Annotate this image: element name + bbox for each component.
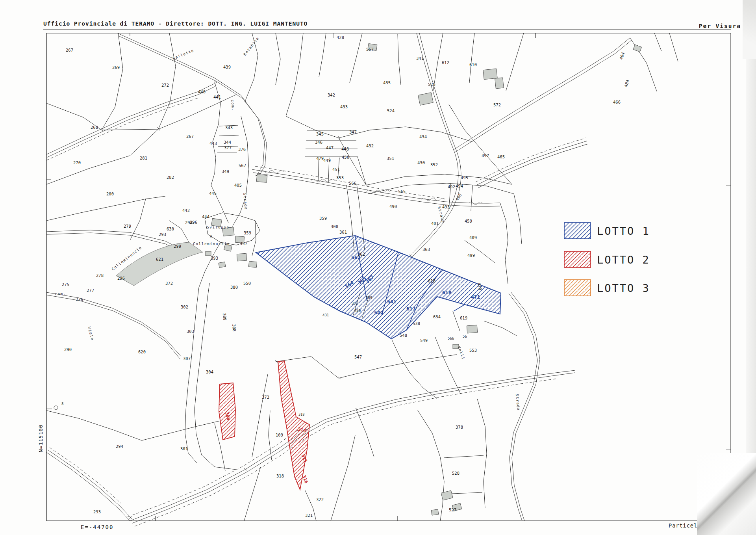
legend-swatch-lotto1 <box>564 223 591 239</box>
parcel-label: 465 <box>497 154 505 159</box>
parcel-label: 451 <box>332 167 340 172</box>
parcel-label: 277 <box>87 288 94 293</box>
parcel-label: 357 <box>240 241 247 246</box>
parcel-label: 318 <box>298 412 304 416</box>
parcel-label: 528 <box>452 471 460 476</box>
parcel-label: 612 <box>442 60 449 65</box>
parcel-label: 497 <box>482 153 489 158</box>
parcel-label: 349 <box>222 169 229 174</box>
parcel-label: 378 <box>456 425 463 429</box>
parcel-label: 346 <box>315 140 322 145</box>
parcel-label: 464 <box>619 52 626 60</box>
parcel-label: 363 <box>422 247 430 252</box>
parcel-label: 409 <box>469 235 477 240</box>
parcel-label: 479 <box>316 156 324 161</box>
parcel-label: 443 <box>209 141 217 146</box>
parcel-label: 440 <box>198 89 206 94</box>
parcel-label: 293 <box>93 509 101 514</box>
parcel-label: 351 <box>387 156 394 161</box>
legend-label-lotto2: LOTTO 2 <box>597 254 650 266</box>
parcel-label: 290 <box>64 347 72 352</box>
parcel-label: 405 <box>234 183 242 188</box>
parcel-label: 430 <box>417 160 425 165</box>
parcel-label: 272 <box>161 83 169 87</box>
parcel-label: 619 <box>460 316 467 320</box>
parcel-label: 484 <box>623 79 630 88</box>
legend <box>564 223 591 296</box>
parcel-label: 432 <box>366 143 374 148</box>
parcel-label: 267 <box>186 134 194 139</box>
parcel-label: 321 <box>305 513 313 518</box>
road-dashes <box>46 98 586 526</box>
lot2-parcel-label: 316 <box>301 474 309 484</box>
parcel-label: 549 <box>420 338 428 343</box>
parcel-label: 538 <box>413 321 420 326</box>
parcel-label: 8 <box>61 402 63 406</box>
parcel-label: 268 <box>91 125 98 130</box>
parcel-label: 435 <box>383 80 391 85</box>
lot1-parcel-label: 618 <box>442 290 452 295</box>
legend-swatch-lotto2 <box>564 251 591 268</box>
parcel-label: 499 <box>467 253 475 258</box>
parcel-label: 553 <box>469 348 477 353</box>
parcel-label: 466 <box>613 100 621 104</box>
parcel-label: 449 <box>323 158 331 163</box>
parcel-label: 294 <box>116 444 123 449</box>
parcel-label: 490 <box>389 204 397 209</box>
parcel-label: 200 <box>106 191 114 196</box>
parcel-label: 276 <box>76 297 83 302</box>
parcel-label: 493 <box>442 204 450 209</box>
parcel-label: 610 <box>469 62 477 67</box>
map-name-label: Viale <box>87 326 95 341</box>
parcel-label: 434 <box>419 134 427 139</box>
parcel-label: 548 <box>400 333 407 338</box>
parcel-label: 525 <box>428 82 435 87</box>
lot1-parcel-label: 542 <box>374 310 383 316</box>
parcel-label: 495 <box>461 175 468 180</box>
parcel-label: 441 <box>213 95 221 99</box>
east-coordinate: E=-44700 <box>81 524 113 530</box>
map-name-label: com. <box>230 99 235 111</box>
parcel-label: 428 <box>337 35 344 40</box>
parcel-label: 307 <box>183 356 191 361</box>
parcel-label: 359 <box>244 230 251 235</box>
parcel-label: 630 <box>167 227 174 231</box>
parcel-label: 565 <box>398 189 406 194</box>
parcel-label: 448 <box>341 147 349 151</box>
parcel-label: 282 <box>167 175 174 180</box>
parcel-label: 303 <box>187 329 194 334</box>
parcel-label: 567 <box>239 163 246 168</box>
parcel-label: 353 <box>336 175 344 180</box>
lotto1-area <box>256 236 501 339</box>
parcel-label: 270 <box>73 160 81 165</box>
legend-swatch-lotto3 <box>564 280 591 296</box>
parcel-label: 278 <box>96 273 104 278</box>
legend-label-lotto1: LOTTO 1 <box>597 225 650 237</box>
legend-label-lotto3: LOTTO 3 <box>597 282 650 294</box>
parcel-label: 347 <box>349 130 357 134</box>
parcel-label: 494 <box>456 184 463 188</box>
parcel-label: 318 <box>276 474 284 478</box>
parcel-label: 359 <box>319 216 327 221</box>
parcel-label: 281 <box>140 156 147 160</box>
parcel-label: 298 <box>185 220 193 225</box>
parcel-label: 366 <box>352 301 358 305</box>
scan-corner-shadow <box>743 0 756 59</box>
map-name-label: Strada <box>515 394 521 411</box>
parcel-label: 344 <box>224 140 231 145</box>
map-name-label: Strada <box>243 193 248 210</box>
north-coordinate: N=115100 <box>38 424 44 452</box>
map-name-label: Sviluppo <box>207 225 230 229</box>
parcel-label: 343 <box>225 125 233 130</box>
parcel-label: 431 <box>322 313 329 317</box>
parcel-label: 572 <box>493 102 501 107</box>
parcel-label: 442 <box>182 208 190 213</box>
parcel-label: 373 <box>262 395 269 399</box>
parcel-label: 433 <box>340 104 348 109</box>
parcel-label: 372 <box>165 281 173 286</box>
parcel-label: 275 <box>62 282 69 287</box>
parcel-label: 445 <box>209 191 217 196</box>
parcel-label: 566 <box>448 336 454 340</box>
map-name-label: Velli <box>457 346 466 360</box>
parcel-label: 540 <box>354 309 361 313</box>
